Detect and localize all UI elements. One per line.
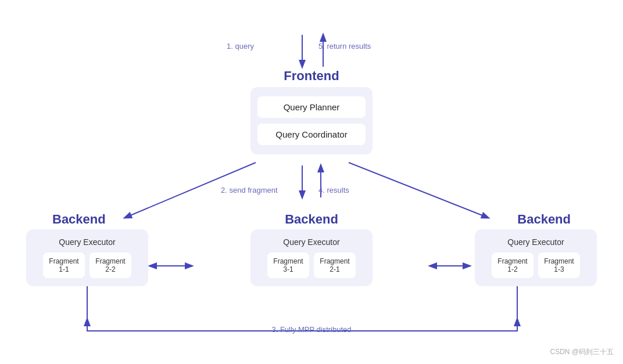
executor-label-right: Query Executor bbox=[482, 237, 590, 247]
middle-backend-box: Query Planner Query Coordinator bbox=[250, 87, 373, 154]
arrows-svg bbox=[0, 0, 623, 364]
fragment-box-1-2: Fragment1-2 bbox=[492, 253, 534, 278]
backend-card-right: Query Executor Fragment1-2 Fragment1-3 bbox=[475, 229, 597, 286]
backend-card-mid: Query Executor Fragment3-1 Fragment2-1 bbox=[250, 229, 373, 286]
query-coordinator-box: Query Coordinator bbox=[257, 124, 366, 145]
fragment-row-left: Fragment1-1 Fragment2-2 bbox=[33, 253, 141, 278]
fragment-box-1-3: Fragment1-3 bbox=[538, 253, 580, 278]
frontend-label: Frontend bbox=[284, 69, 339, 84]
fragment-box-2-1: Fragment2-1 bbox=[314, 253, 356, 278]
backend-mid-label: Backend bbox=[285, 212, 338, 227]
fragment-row-right: Fragment1-2 Fragment1-3 bbox=[482, 253, 590, 278]
executor-label-mid: Query Executor bbox=[257, 237, 366, 247]
backend-card-left: Query Executor Fragment1-1 Fragment2-2 bbox=[26, 229, 148, 286]
step4-label: 4. results bbox=[318, 186, 349, 194]
svg-line-5 bbox=[349, 163, 488, 218]
step3-label: 3. Fully MPP distributed bbox=[271, 325, 351, 334]
query-planner-box: Query Planner bbox=[257, 96, 366, 118]
step5-label: 5. return results bbox=[318, 42, 371, 51]
diagram-container: Frontend 1. query 5. return results Quer… bbox=[0, 0, 623, 364]
backend-left-label: Backend bbox=[52, 212, 106, 227]
fragment-box-3-1: Fragment3-1 bbox=[267, 253, 309, 278]
step1-label: 1. query bbox=[227, 42, 254, 51]
fragment-row-mid: Fragment3-1 Fragment2-1 bbox=[257, 253, 366, 278]
fragment-box-1-1: Fragment1-1 bbox=[43, 253, 85, 278]
executor-label-left: Query Executor bbox=[33, 237, 141, 247]
step2-label: 2. send fragment bbox=[221, 186, 278, 194]
watermark: CSDN @码到三十五 bbox=[550, 347, 614, 357]
fragment-box-2-2: Fragment2-2 bbox=[89, 253, 131, 278]
backend-right-label: Backend bbox=[517, 212, 571, 227]
